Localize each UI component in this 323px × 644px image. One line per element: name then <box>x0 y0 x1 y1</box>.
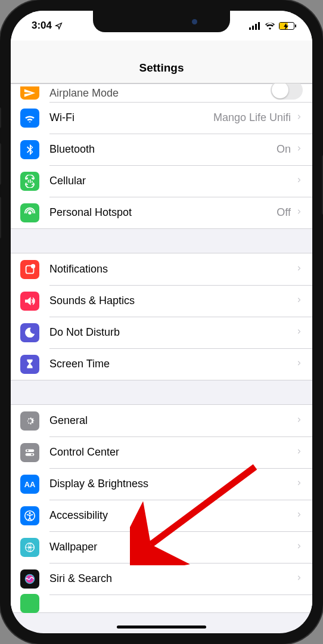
settings-row-wallpaper[interactable]: Wallpaper <box>11 531 312 563</box>
row-label: Airplane Mode <box>49 87 271 100</box>
sounds-icon <box>20 292 39 311</box>
row-label: Do Not Disturb <box>49 326 296 339</box>
chevron-right-icon <box>296 206 303 219</box>
row-label: Display & Brightness <box>49 478 296 490</box>
settings-row-general[interactable]: General <box>11 405 312 436</box>
row-label: Notifications <box>49 263 296 275</box>
svg-rect-2 <box>255 24 257 30</box>
row-label: General <box>49 414 296 427</box>
toggle-airplane[interactable] <box>271 83 303 100</box>
settings-row-screentime[interactable]: Screen Time <box>11 348 312 380</box>
chevron-right-icon <box>296 143 303 156</box>
chevron-right-icon <box>296 358 303 371</box>
wifi-status-icon <box>265 22 275 30</box>
row-label: Wallpaper <box>49 541 296 553</box>
status-time: 3:04 <box>32 20 52 32</box>
row-label: Cellular <box>49 175 296 187</box>
cellular-icon <box>20 172 39 191</box>
svg-rect-3 <box>258 22 260 30</box>
settings-row-hotspot[interactable]: Personal HotspotOff <box>11 197 312 228</box>
home-indicator[interactable] <box>117 626 206 628</box>
settings-row-display[interactable]: Display & Brightness <box>11 468 312 500</box>
row-label: Sounds & Haptics <box>49 295 296 307</box>
settings-row-notifications[interactable]: Notifications <box>11 253 312 285</box>
row-value: Off <box>277 206 291 219</box>
settings-row-sounds[interactable]: Sounds & Haptics <box>11 285 312 317</box>
settings-row-wifi[interactable]: Wi-FiMango Life Unifi <box>11 102 312 134</box>
settings-row-next[interactable] <box>11 595 312 612</box>
row-label: Screen Time <box>49 358 296 370</box>
cellular-signal-icon <box>249 22 261 30</box>
chevron-right-icon <box>296 509 303 522</box>
blank-icon <box>20 594 39 613</box>
settings-row-dnd[interactable]: Do Not Disturb <box>11 317 312 348</box>
switches-icon <box>20 443 39 462</box>
chevron-right-icon <box>296 572 303 586</box>
airplane-icon <box>20 86 39 100</box>
row-label: Accessibility <box>49 509 296 522</box>
settings-row-controlcenter[interactable]: Control Center <box>11 436 312 468</box>
row-value: Mango Life Unifi <box>213 112 291 124</box>
svg-rect-1 <box>252 26 254 30</box>
row-label: Wi-Fi <box>49 112 213 124</box>
wifi-icon <box>20 109 39 128</box>
chevron-right-icon <box>296 175 303 188</box>
settings-row-accessibility[interactable]: Accessibility <box>11 500 312 531</box>
settings-row-airplane[interactable]: Airplane Mode <box>11 84 312 102</box>
page-title: Settings <box>11 61 312 75</box>
row-label: Personal Hotspot <box>49 206 277 219</box>
navbar: Settings <box>11 41 312 83</box>
settings-row-cellular[interactable]: Cellular <box>11 165 312 197</box>
row-label: Bluetooth <box>49 143 277 156</box>
moon-icon <box>20 323 39 342</box>
hotspot-icon <box>20 203 39 222</box>
display-icon <box>20 475 39 494</box>
row-value: On <box>277 143 291 156</box>
settings-list[interactable]: Airplane ModeWi-FiMango Life UnifiBlueto… <box>11 83 312 630</box>
wallpaper-icon <box>20 538 39 557</box>
siri-icon <box>20 569 39 589</box>
chevron-right-icon <box>296 112 303 125</box>
hourglass-icon <box>20 355 39 374</box>
chevron-right-icon <box>296 541 303 554</box>
chevron-right-icon <box>296 295 303 308</box>
bluetooth-icon <box>20 140 39 159</box>
settings-row-bluetooth[interactable]: BluetoothOn <box>11 134 312 165</box>
row-label: Siri & Search <box>49 572 296 585</box>
chevron-right-icon <box>296 326 303 339</box>
chevron-right-icon <box>296 478 303 491</box>
location-icon <box>55 22 63 30</box>
row-label: Control Center <box>49 446 296 459</box>
chevron-right-icon <box>296 263 303 276</box>
notifications-icon <box>20 260 39 279</box>
battery-icon <box>279 22 294 30</box>
svg-rect-0 <box>249 27 251 30</box>
accessibility-icon <box>20 506 39 525</box>
chevron-right-icon <box>296 414 303 428</box>
chevron-right-icon <box>296 446 303 459</box>
settings-row-siri[interactable]: Siri & Search <box>11 563 312 595</box>
gear-icon <box>20 411 39 431</box>
